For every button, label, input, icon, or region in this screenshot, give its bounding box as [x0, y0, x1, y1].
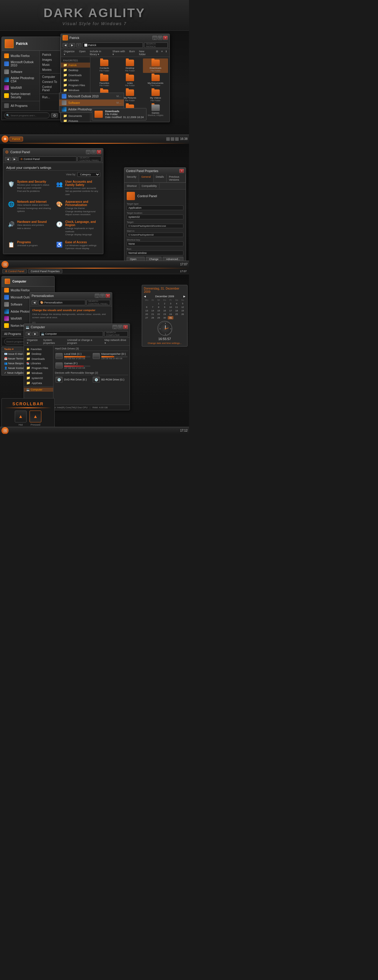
- tab-compatibility[interactable]: Compatibility: [139, 183, 160, 189]
- cal-day[interactable]: 30: [162, 316, 167, 320]
- close-button[interactable]: ✕: [179, 169, 184, 173]
- view-icons-button[interactable]: ⊞: [155, 49, 159, 56]
- system-properties-button[interactable]: System properties: [42, 338, 64, 345]
- sidebar-item-software[interactable]: Software: [2, 68, 40, 75]
- maximize-button[interactable]: □: [158, 36, 163, 40]
- shutdown-button[interactable]: ⏻: [51, 113, 58, 118]
- right-item-movies[interactable]: Movies: [40, 67, 60, 72]
- file-favorites[interactable]: Favorites File Folder: [92, 73, 117, 88]
- right-item-patrick[interactable]: Patrick: [40, 52, 60, 57]
- include-library-button[interactable]: Include in library ▾: [89, 49, 110, 56]
- organize-button[interactable]: Organize ▾: [26, 338, 40, 345]
- file-contacts[interactable]: Contacts File Folder: [92, 59, 117, 73]
- file-links[interactable]: Links File Folder: [118, 73, 143, 88]
- sidebar-downloads2[interactable]: 📁 Downloads: [24, 356, 53, 361]
- bd-drive[interactable]: 💿 BD-ROM Drive (G:): [92, 376, 128, 383]
- cal-day[interactable]: 8: [156, 305, 161, 309]
- right-item-images[interactable]: Images: [40, 57, 60, 62]
- cal-day[interactable]: 9: [162, 305, 167, 309]
- sidebar-item-patrick[interactable]: 📁 Patrick: [61, 62, 90, 68]
- back-button[interactable]: ◀: [5, 157, 11, 161]
- minimize-button[interactable]: _: [113, 325, 117, 329]
- disk-d[interactable]: Massenspeicher (D:) 228 GB free of 465 G…: [92, 352, 128, 360]
- start-button[interactable]: ⊞: [2, 135, 8, 143]
- hardware-title[interactable]: Hardware and Sound: [17, 220, 51, 223]
- right-item-music[interactable]: Music: [40, 62, 60, 67]
- sidebar-item-photoshop[interactable]: Adobe Photoshop CS4: [2, 75, 40, 84]
- cal-day[interactable]: 25: [174, 313, 179, 316]
- cal-day[interactable]: 17: [168, 309, 173, 312]
- sidebar-program-files2[interactable]: 📁 Program Files: [24, 366, 53, 371]
- sidebar-item-pictures-side[interactable]: 📁 Pictures: [61, 118, 90, 122]
- cal-day[interactable]: 16: [162, 309, 167, 312]
- file-my-documents[interactable]: My Documents File Folder: [143, 73, 168, 88]
- close-button[interactable]: ✕: [105, 294, 110, 298]
- minimize-button[interactable]: _: [86, 150, 91, 154]
- cal-day[interactable]: 5: [180, 302, 185, 305]
- sidebar-item-windows[interactable]: 📁 Windows: [61, 88, 90, 93]
- scroll-pressed-button[interactable]: ▲: [30, 410, 41, 422]
- close-button[interactable]: ✕: [97, 150, 101, 154]
- programs-title[interactable]: Programs: [17, 240, 51, 244]
- address-bar[interactable]: ⬜ Patrick: [82, 43, 143, 48]
- back-button[interactable]: ◀: [26, 332, 31, 336]
- cal-day[interactable]: 22: [156, 313, 161, 316]
- cal-day[interactable]: 29: [156, 316, 161, 320]
- up-button[interactable]: ↑: [76, 43, 81, 47]
- cal-day[interactable]: 31: [168, 316, 173, 320]
- cal-day[interactable]: 10: [168, 305, 173, 309]
- sidebar-item-winrar[interactable]: WinRAR: [2, 84, 40, 91]
- appearance-title[interactable]: Appearance and Personalization: [65, 200, 99, 207]
- file-downloads[interactable]: Downloads File Folder: [143, 59, 168, 73]
- file-desktop[interactable]: Desktop File Folder: [118, 59, 143, 73]
- close-button[interactable]: ✕: [163, 36, 168, 40]
- right-item-controlpanel[interactable]: Control Panel: [40, 84, 60, 93]
- computer-search[interactable]: SEARCH COMPUTER: [104, 331, 128, 337]
- minimize-button[interactable]: _: [152, 36, 157, 40]
- sidebar-favorites[interactable]: ⭐ Favorites: [24, 347, 53, 351]
- sidebar-windows2[interactable]: 📁 Windows: [24, 371, 53, 375]
- uninstall-button[interactable]: Uninstall or change a program: [66, 338, 101, 345]
- minimize-button[interactable]: _: [95, 294, 99, 298]
- back-button[interactable]: ◀: [32, 301, 37, 305]
- cal-day[interactable]: 28: [150, 316, 155, 320]
- forward-button[interactable]: ▶: [32, 332, 38, 336]
- tab-security[interactable]: Security: [124, 174, 139, 183]
- sidebar-item-desktop[interactable]: 📁 Desktop: [61, 68, 90, 73]
- sidebar-desktop[interactable]: 📁 Desktop: [24, 351, 53, 356]
- system-security-title[interactable]: System and Security: [17, 180, 51, 183]
- address-bar[interactable]: 🎨 Personalization: [38, 300, 85, 305]
- view-list-button[interactable]: ≡: [160, 49, 164, 56]
- forward-button[interactable]: ▶: [69, 43, 75, 47]
- sidebar-item-program-files[interactable]: 📁 Program Files: [61, 83, 90, 88]
- file-my-videos[interactable]: My Videos File Folder: [143, 88, 168, 103]
- sidebar-computer2[interactable]: 💻 Computer: [24, 388, 53, 392]
- right-item-computer[interactable]: Computer: [40, 75, 60, 80]
- cal-day[interactable]: 18: [174, 309, 179, 312]
- sidebar-libraries2[interactable]: 📚 Libraries: [24, 361, 53, 366]
- cal-day[interactable]: 11: [174, 305, 179, 309]
- maximize-button[interactable]: □: [100, 294, 105, 298]
- start-button3[interactable]: ⊞: [2, 427, 8, 434]
- cal-day[interactable]: 21: [150, 313, 155, 316]
- sidebar-item-downloads[interactable]: 📁 Downloads: [61, 73, 90, 78]
- cal-next[interactable]: ▶: [183, 295, 185, 298]
- open-button[interactable]: Open: [78, 49, 87, 56]
- cal-day[interactable]: 24: [168, 313, 173, 316]
- cal-prev[interactable]: ◀: [144, 295, 146, 298]
- cal-day[interactable]: 12: [180, 305, 185, 309]
- cal-day[interactable]: 3: [168, 302, 173, 305]
- maximize-button[interactable]: □: [91, 150, 96, 154]
- change-time-settings[interactable]: Change date and time settings...: [144, 342, 185, 344]
- right-item-run[interactable]: Run...: [40, 95, 60, 100]
- details-button[interactable]: ℹ: [164, 49, 168, 56]
- tab-shortcut[interactable]: Shortcut: [124, 183, 139, 189]
- cp-search[interactable]: SEARCH CONTROL PANEL: [78, 156, 101, 162]
- maximize-button[interactable]: □: [118, 325, 123, 329]
- cp-address[interactable]: ⚙ Control Panel: [19, 156, 77, 162]
- cal-day[interactable]: 15: [156, 309, 161, 312]
- tab-properties-top[interactable]: Control Panel Properties: [28, 269, 62, 273]
- sidebar-appdata2[interactable]: 📁 AppData: [24, 380, 53, 385]
- start-button[interactable]: ⊞: [2, 261, 8, 268]
- search-box[interactable]: SEARCH PATRICK: [144, 43, 168, 48]
